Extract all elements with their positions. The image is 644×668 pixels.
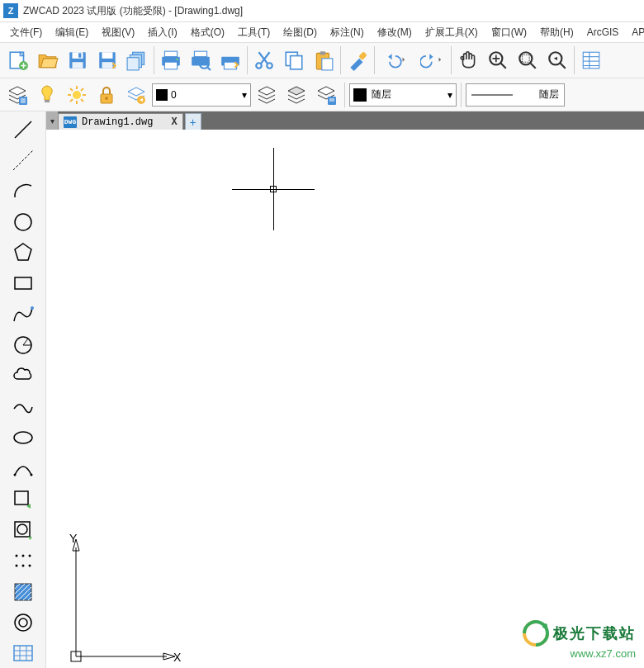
main-toolbar <box>0 42 644 78</box>
svg-line-55 <box>13 150 33 170</box>
open-button[interactable] <box>33 45 63 75</box>
layer-combo[interactable]: 0 ▾ <box>152 83 251 107</box>
layer-manager-button[interactable] <box>3 81 31 109</box>
svg-rect-66 <box>15 491 28 505</box>
document-tab[interactable]: DWG Drawing1.dwg X <box>58 113 183 130</box>
layer-isolate-button[interactable] <box>312 81 340 109</box>
zoom-previous-button[interactable] <box>542 45 572 75</box>
svg-point-63 <box>14 432 32 443</box>
menu-insert[interactable]: 插入(I) <box>144 24 180 41</box>
window-title: ZWCAD 2023 试用版 (功能受限) - [Drawing1.dwg] <box>23 4 243 18</box>
undo-button[interactable] <box>376 45 413 75</box>
menu-window[interactable]: 窗口(W) <box>488 24 530 41</box>
cut-button[interactable] <box>249 45 279 75</box>
layer-lock-icon[interactable] <box>92 81 121 109</box>
make-block-tool[interactable] <box>5 515 41 544</box>
zoom-window-button[interactable] <box>513 45 542 75</box>
svg-point-69 <box>15 555 17 557</box>
menu-view[interactable]: 视图(V) <box>98 24 138 41</box>
svg-rect-58 <box>15 277 31 289</box>
properties-button[interactable] <box>576 45 606 75</box>
layer-walk-button[interactable] <box>282 81 310 109</box>
ellipse-tool[interactable] <box>5 423 41 452</box>
svg-rect-3 <box>73 52 83 59</box>
new-button[interactable] <box>3 45 33 75</box>
menu-tools[interactable]: 工具(T) <box>234 24 273 41</box>
copy-button[interactable] <box>279 45 309 75</box>
drawing-canvas[interactable]: Y X 极光下载站 www.xz7.com <box>46 130 644 668</box>
watermark-url: www.xz7.com <box>522 647 636 660</box>
svg-line-47 <box>70 99 73 102</box>
menu-arcgis[interactable]: ArcGIS <box>584 25 623 40</box>
color-label: 随层 <box>372 88 391 102</box>
menu-file[interactable]: 文件(F) <box>7 24 45 41</box>
svg-line-54 <box>15 121 31 138</box>
batch-button[interactable] <box>122 45 152 75</box>
svg-point-40 <box>73 91 81 99</box>
print-preview-button[interactable] <box>186 45 215 75</box>
polygon-tool[interactable] <box>5 238 41 267</box>
menu-format[interactable]: 格式(O) <box>187 24 228 41</box>
menu-help[interactable]: 帮助(H) <box>537 24 577 41</box>
point-tool[interactable] <box>5 547 41 576</box>
svg-point-82 <box>15 614 31 631</box>
save-button[interactable] <box>63 45 92 75</box>
revision-cloud-tool[interactable] <box>5 362 41 391</box>
zoom-realtime-button[interactable] <box>483 45 513 75</box>
divider-tool[interactable] <box>5 454 41 483</box>
construction-line-tool[interactable] <box>5 145 41 174</box>
svg-line-45 <box>70 88 73 91</box>
svg-rect-24 <box>291 56 302 69</box>
menubar: 文件(F) 编辑(E) 视图(V) 插入(I) 格式(O) 工具(T) 绘图(D… <box>0 22 644 42</box>
color-combo[interactable]: 随层 ▾ <box>349 83 457 107</box>
svg-point-73 <box>21 565 24 567</box>
paste-button[interactable] <box>309 45 339 75</box>
spline-fit-tool[interactable] <box>5 392 41 421</box>
layer-states-button[interactable] <box>253 81 281 109</box>
insert-block-tool[interactable] <box>5 485 41 514</box>
svg-point-15 <box>177 59 178 60</box>
work-area: ▾ DWG Drawing1.dwg X + Y X <box>0 111 644 668</box>
plot-button[interactable] <box>215 45 245 75</box>
menu-draw[interactable]: 绘图(D) <box>280 24 320 41</box>
arc-tool[interactable] <box>5 177 41 206</box>
table-tool[interactable] <box>5 639 41 668</box>
svg-rect-26 <box>320 51 326 54</box>
linetype-label: 随层 <box>539 88 559 102</box>
layer-name-value: 0 <box>171 89 177 101</box>
ellipse-arc-tool[interactable] <box>5 330 41 359</box>
linetype-combo[interactable]: 随层 <box>466 83 565 107</box>
tab-new-button[interactable]: + <box>185 113 201 130</box>
svg-point-96 <box>542 623 547 628</box>
menu-dimension[interactable]: 标注(N) <box>327 24 367 41</box>
layer-previous-button[interactable] <box>122 81 150 109</box>
dwg-icon: DWG <box>64 116 77 128</box>
circle-tool[interactable] <box>5 207 41 236</box>
saveas-button[interactable] <box>92 45 122 75</box>
rectangle-tool[interactable] <box>5 269 41 298</box>
pan-button[interactable] <box>453 45 483 75</box>
menu-app-plus[interactable]: APP+ <box>628 25 644 40</box>
menu-ext-tools[interactable]: 扩展工具(X) <box>422 24 481 41</box>
svg-rect-7 <box>102 52 113 59</box>
svg-rect-31 <box>523 55 530 63</box>
svg-rect-14 <box>164 62 177 69</box>
menu-modify[interactable]: 修改(M) <box>374 24 415 41</box>
tab-handle[interactable]: ▾ <box>46 111 58 130</box>
svg-point-70 <box>21 555 24 557</box>
layer-freeze-icon[interactable] <box>63 81 91 109</box>
spline-tool[interactable] <box>5 300 41 329</box>
hatch-tool[interactable] <box>5 577 41 606</box>
svg-point-68 <box>17 524 27 534</box>
donut-tool[interactable] <box>5 608 41 637</box>
redo-button[interactable] <box>413 45 449 75</box>
linetype-preview-icon <box>471 92 513 98</box>
menu-edit[interactable]: 编辑(E) <box>52 24 92 41</box>
tab-close-button[interactable]: X <box>171 116 177 128</box>
line-tool[interactable] <box>5 115 41 144</box>
svg-point-72 <box>15 565 17 567</box>
match-props-button[interactable] <box>343 45 372 75</box>
ucs-icon: Y X <box>59 533 183 665</box>
print-button[interactable] <box>156 45 186 75</box>
layer-on-icon[interactable] <box>33 81 61 109</box>
